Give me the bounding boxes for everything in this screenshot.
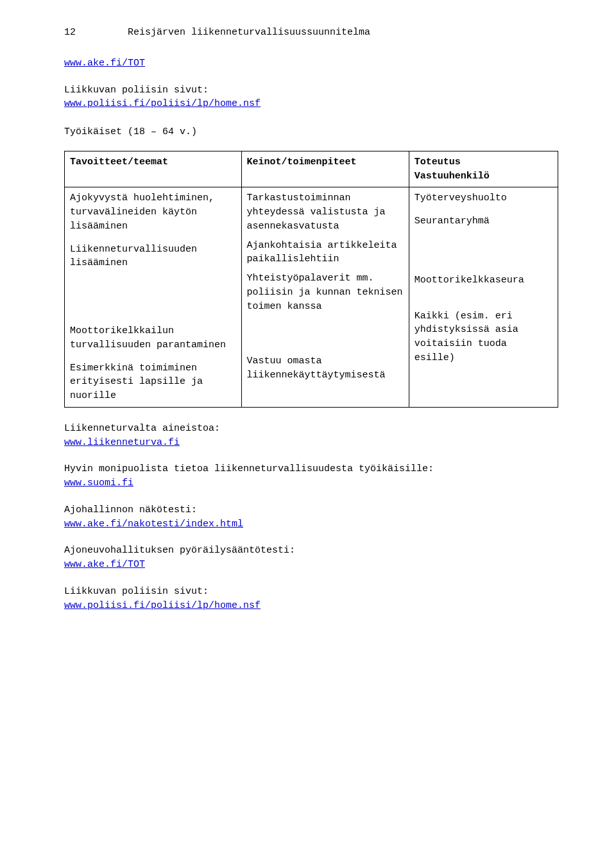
header-means: Keinot/toimenpiteet <box>241 151 409 187</box>
header-goals: Tavoitteet/teemat <box>65 151 242 187</box>
page: 12 Reisjärven liikenneturvallisuussuunni… <box>0 0 616 846</box>
goal-3: Moottorikelkkailun turvallisuuden parant… <box>70 324 236 352</box>
cell-means: Tarkastustoiminnan yhteydessä valistusta… <box>241 187 409 408</box>
header-status: Toteutus Vastuuhenkilö <box>409 151 558 187</box>
footer-block-2: Hyvin monipuolista tietoa liikenneturval… <box>64 462 558 490</box>
means-3: Yhteistyöpalaverit mm. poliisin ja kunna… <box>247 272 404 313</box>
police-link[interactable]: www.poliisi.fi/poliisi/lp/home.nsf <box>64 98 261 109</box>
footer-1-label: Liikenneturvalta aineistoa: <box>64 423 220 434</box>
goal-2: Liikenneturvallisuuden lisääminen <box>70 243 236 271</box>
header-line: 12 Reisjärven liikenneturvallisuussuunni… <box>64 26 558 40</box>
tot-link[interactable]: www.ake.fi/TOT <box>64 58 145 69</box>
police-heading: Liikkuvan poliisin sivut: <box>64 85 209 96</box>
page-title: Reisjärven liikenneturvallisuussuunnitel… <box>128 27 370 38</box>
status-1: Työterveyshuolto <box>415 191 552 205</box>
police-link-2[interactable]: www.poliisi.fi/poliisi/lp/home.nsf <box>64 600 261 611</box>
goal-1: Ajokyvystä huolehtiminen, turvavälineide… <box>70 191 236 233</box>
footer-block-3: Ajohallinnon näkötesti: www.ake.fi/nakot… <box>64 503 558 531</box>
footer-3-label: Ajohallinnon näkötesti: <box>64 505 197 515</box>
header-status-line2: Vastuuhenkilö <box>415 171 490 182</box>
header-status-line1: Toteutus <box>415 157 461 168</box>
footer-block-1: Liikenneturvalta aineistoa: www.liikenne… <box>64 422 558 450</box>
page-number: 12 <box>64 27 76 38</box>
means-4: Vastuu omasta liikennekäyttäytymisestä <box>247 354 404 383</box>
status-3: Moottorikelkkaseura <box>415 273 552 288</box>
nakotesti-link[interactable]: www.ake.fi/nakotesti/index.html <box>64 519 243 530</box>
cell-goals: Ajokyvystä huolehtiminen, turvavälineide… <box>65 187 242 408</box>
police-block: Liikkuvan poliisin sivut: www.poliisi.fi… <box>64 83 558 112</box>
age-heading: Työikäiset (18 – 64 v.) <box>64 125 558 139</box>
means-1: Tarkastustoiminnan yhteydessä valistusta… <box>247 191 404 233</box>
status-4: Kaikki (esim. eri yhdistyksissä asia voi… <box>415 309 552 365</box>
goals-table: Tavoitteet/teemat Keinot/toimenpiteet To… <box>64 151 558 408</box>
cell-status: Työterveyshuolto Seurantaryhmä Moottorik… <box>409 187 558 408</box>
footer-4-label: Ajoneuvohallituksen pyöräilysääntötesti: <box>64 545 295 556</box>
goal-4: Esimerkkinä toimiminen erityisesti lapsi… <box>70 361 236 403</box>
means-2: Ajankohtaisia artikkeleita paikallisleht… <box>247 239 404 267</box>
footer-block-5: Liikkuvan poliisin sivut: www.poliisi.fi… <box>64 585 558 613</box>
table-header-row: Tavoitteet/teemat Keinot/toimenpiteet To… <box>65 151 558 187</box>
status-2: Seurantaryhmä <box>415 214 552 229</box>
footer-5-label: Liikkuvan poliisin sivut: <box>64 586 209 597</box>
suomi-link[interactable]: www.suomi.fi <box>64 478 133 488</box>
link-block-tot: www.ake.fi/TOT <box>64 56 558 71</box>
table-row: Ajokyvystä huolehtiminen, turvavälineide… <box>65 187 558 408</box>
liikenneturva-link[interactable]: www.liikenneturva.fi <box>64 437 180 448</box>
footer-2-label: Hyvin monipuolista tietoa liikenneturval… <box>64 463 434 474</box>
tot-link-2[interactable]: www.ake.fi/TOT <box>64 559 145 570</box>
footer-block-4: Ajoneuvohallituksen pyöräilysääntötesti:… <box>64 544 558 572</box>
